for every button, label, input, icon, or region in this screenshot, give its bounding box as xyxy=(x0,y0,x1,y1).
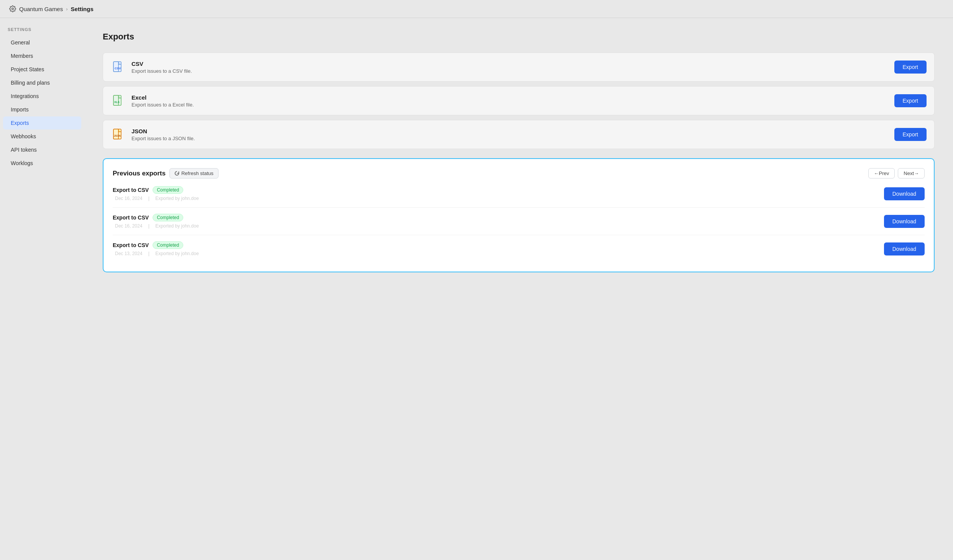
sidebar-item-webhooks[interactable]: Webhooks xyxy=(3,130,81,143)
json-info: JSON Export issues to a JSON file. xyxy=(131,128,894,141)
refresh-status-button[interactable]: Refresh status xyxy=(169,168,219,178)
sidebar: SETTINGS GeneralMembersProject StatesBil… xyxy=(0,18,84,559)
sidebar-item-project-states[interactable]: Project States xyxy=(3,63,81,76)
refresh-icon xyxy=(174,171,179,176)
sidebar-section-label: SETTINGS xyxy=(0,27,84,36)
svg-text:CSV: CSV xyxy=(115,67,121,70)
json-desc: Export issues to a JSON file. xyxy=(131,136,894,141)
csv-info: CSV Export issues to a CSV file. xyxy=(131,61,894,74)
svg-text:XLS: XLS xyxy=(114,101,120,103)
excel-name: Excel xyxy=(131,94,894,101)
svg-rect-8 xyxy=(113,129,118,139)
download-button-1[interactable]: Download xyxy=(884,215,925,228)
prev-export-item-0: Export to CSV Completed Dec 16, 2024 | E… xyxy=(113,186,925,207)
export-options-list: CSV CSV Export issues to a CSV file. Exp… xyxy=(103,52,935,149)
export-list: Export to CSV Completed Dec 16, 2024 | E… xyxy=(113,186,925,262)
previous-exports-box: Previous exports Refresh status ←Prev Ne… xyxy=(103,158,935,272)
prev-export-item-2: Export to CSV Completed Dec 13, 2024 | E… xyxy=(113,235,925,262)
topbar-page-name: Settings xyxy=(71,6,94,12)
prev-export-item-2-status: Completed xyxy=(153,241,183,249)
prev-export-item-0-meta: Dec 16, 2024 | Exported by john.doe xyxy=(113,196,201,201)
gear-icon xyxy=(9,5,16,12)
topbar-app-name: Quantum Games xyxy=(19,6,63,12)
svg-rect-5 xyxy=(113,95,118,105)
prev-exports-title-group: Previous exports Refresh status xyxy=(113,168,219,178)
prev-export-item-0-status: Completed xyxy=(153,186,183,194)
prev-export-item-1-name: Export to CSV xyxy=(113,215,149,221)
prev-export-item-2-name: Export to CSV xyxy=(113,242,149,248)
excel-desc: Export issues to a Excel file. xyxy=(131,102,894,108)
csv-name: CSV xyxy=(131,61,894,67)
prev-export-item-1: Export to CSV Completed Dec 16, 2024 | E… xyxy=(113,207,925,235)
export-csv-button[interactable]: Export xyxy=(894,61,927,74)
sidebar-item-api-tokens[interactable]: API tokens xyxy=(3,143,81,156)
sidebar-item-exports[interactable]: Exports xyxy=(3,116,81,129)
prev-exports-header: Previous exports Refresh status ←Prev Ne… xyxy=(113,168,925,178)
prev-export-item-1-status: Completed xyxy=(153,214,183,221)
main-content: Exports CSV CSV Export issues to a CSV f… xyxy=(84,18,953,559)
prev-exports-title: Previous exports xyxy=(113,170,166,177)
sidebar-item-general[interactable]: General xyxy=(3,36,81,49)
prev-export-item-2-meta: Dec 13, 2024 | Exported by john.doe xyxy=(113,251,201,256)
prev-export-item-1-title-row: Export to CSV Completed xyxy=(113,214,201,221)
export-json-row: JSON JSON Export issues to a JSON file. … xyxy=(103,120,935,149)
prev-export-item-0-title-row: Export to CSV Completed xyxy=(113,186,201,194)
download-button-2[interactable]: Download xyxy=(884,242,925,255)
pagination: ←Prev Next→ xyxy=(868,168,925,178)
sidebar-item-worklogs[interactable]: Worklogs xyxy=(3,157,81,170)
layout: SETTINGS GeneralMembersProject StatesBil… xyxy=(0,18,953,559)
sidebar-item-imports[interactable]: Imports xyxy=(3,103,81,116)
topbar: Quantum Games › Settings xyxy=(0,0,953,18)
svg-text:JSON: JSON xyxy=(114,134,121,137)
prev-export-item-1-left: Export to CSV Completed Dec 16, 2024 | E… xyxy=(113,214,201,229)
prev-export-item-0-left: Export to CSV Completed Dec 16, 2024 | E… xyxy=(113,186,201,201)
csv-desc: Export issues to a CSV file. xyxy=(131,68,894,74)
prev-export-item-2-title-row: Export to CSV Completed xyxy=(113,241,201,249)
sidebar-item-integrations[interactable]: Integrations xyxy=(3,90,81,103)
prev-export-item-1-meta: Dec 16, 2024 | Exported by john.doe xyxy=(113,223,201,229)
export-json-button[interactable]: Export xyxy=(894,128,927,141)
download-button-0[interactable]: Download xyxy=(884,187,925,200)
json-name: JSON xyxy=(131,128,894,134)
sidebar-item-billing[interactable]: Billing and plans xyxy=(3,76,81,89)
sidebar-item-members[interactable]: Members xyxy=(3,49,81,62)
json-icon: JSON xyxy=(111,127,125,142)
next-page-button[interactable]: Next→ xyxy=(898,168,925,178)
excel-info: Excel Export issues to a Excel file. xyxy=(131,94,894,108)
export-excel-row: XLS Excel Export issues to a Excel file.… xyxy=(103,86,935,115)
topbar-chevron-icon: › xyxy=(66,6,67,12)
prev-export-item-0-name: Export to CSV xyxy=(113,187,149,193)
prev-export-item-2-left: Export to CSV Completed Dec 13, 2024 | E… xyxy=(113,241,201,256)
prev-page-button[interactable]: ←Prev xyxy=(868,168,895,178)
svg-point-0 xyxy=(12,8,14,10)
export-excel-button[interactable]: Export xyxy=(894,94,927,107)
excel-icon: XLS xyxy=(111,93,125,108)
page-title: Exports xyxy=(103,32,935,42)
refresh-label: Refresh status xyxy=(181,170,214,176)
csv-icon: CSV xyxy=(111,60,125,74)
export-csv-row: CSV CSV Export issues to a CSV file. Exp… xyxy=(103,52,935,82)
